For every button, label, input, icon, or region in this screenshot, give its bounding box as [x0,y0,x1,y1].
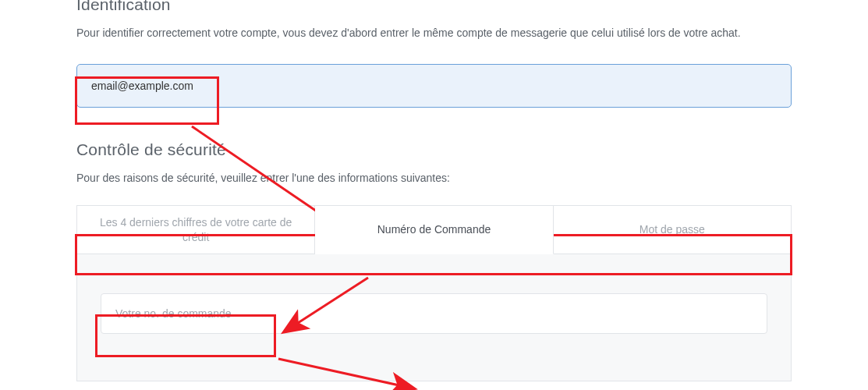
order-number-field[interactable] [101,293,767,334]
security-title: Contrôle de sécurité [76,140,792,159]
tab-order-number[interactable]: Numéro de Commande [315,206,553,255]
security-tabs: Les 4 derniers chiffres de votre carte d… [76,205,792,254]
identification-desc: Pour identifier correctement votre compt… [76,25,792,42]
email-field[interactable] [76,64,792,108]
identification-title: Identification [76,0,792,14]
tab-password[interactable]: Mot de passe [554,206,791,254]
tab-content-order [76,254,792,381]
security-desc: Pour des raisons de sécurité, veuillez e… [76,170,792,186]
tab-card-last4[interactable]: Les 4 derniers chiffres de votre carte d… [77,206,315,254]
